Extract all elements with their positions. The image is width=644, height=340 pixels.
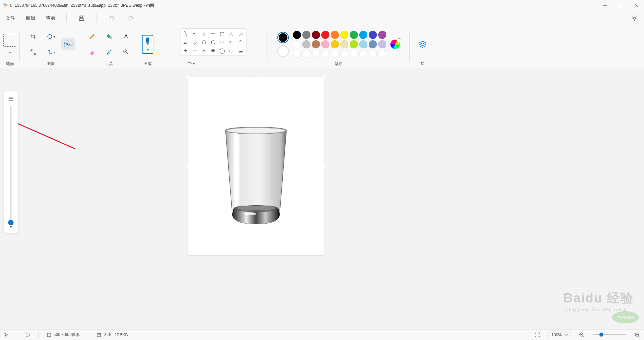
color-secondary[interactable]: [277, 45, 289, 57]
select-dropdown[interactable]: [6, 50, 13, 55]
maximize-button[interactable]: [613, 0, 628, 11]
color-swatch[interactable]: [312, 40, 320, 48]
shape-triangle[interactable]: △: [228, 30, 235, 38]
magnifier-tool[interactable]: [120, 47, 132, 58]
shape-diamond[interactable]: ◇: [191, 39, 198, 46]
color-swatch[interactable]: [340, 40, 348, 48]
color-swatch[interactable]: [378, 40, 386, 48]
color-swatch[interactable]: [350, 40, 358, 48]
resize-tool[interactable]: [27, 47, 39, 58]
shape-star4[interactable]: ✦: [182, 47, 189, 54]
color-swatch-empty[interactable]: [378, 50, 386, 58]
color-swatch-empty[interactable]: [350, 50, 358, 58]
color-swatch[interactable]: [378, 31, 386, 39]
select-tool[interactable]: [3, 34, 16, 47]
shape-cloud[interactable]: ☁: [237, 47, 244, 54]
color-swatch-empty[interactable]: [369, 50, 377, 58]
svg-rect-4: [619, 4, 622, 7]
shape-arrow-up[interactable]: ⇧: [237, 39, 244, 46]
brush-size-slider[interactable]: ☰: [4, 91, 18, 233]
annotation-arrow: [7, 119, 79, 153]
color-swatch[interactable]: [312, 31, 320, 39]
ribbon-group-brush: ▾ 画笔: [136, 27, 159, 67]
color-swatch[interactable]: [302, 31, 310, 39]
eraser-tool[interactable]: [86, 47, 98, 58]
flip-tool[interactable]: ▾: [45, 47, 57, 58]
shape-rect[interactable]: ▭: [209, 30, 217, 38]
text-tool[interactable]: A: [120, 31, 132, 42]
color-swatch-empty[interactable]: [340, 50, 348, 58]
color-swatch[interactable]: [369, 31, 377, 39]
zoom-slider[interactable]: [593, 334, 626, 335]
shape-arrow-left[interactable]: ⇦: [228, 39, 235, 46]
menu-edit[interactable]: 编辑: [24, 13, 37, 23]
color-swatch[interactable]: [331, 40, 339, 48]
canvas[interactable]: [188, 77, 324, 255]
menu-view[interactable]: 查看: [45, 13, 57, 23]
eyedropper-tool[interactable]: [103, 47, 115, 58]
color-swatch-empty[interactable]: [359, 50, 367, 58]
shape-star5[interactable]: ☆: [191, 47, 198, 54]
fit-screen-button[interactable]: [535, 332, 540, 338]
color-swatch-empty[interactable]: [312, 50, 320, 58]
color-swatch[interactable]: [359, 40, 367, 48]
fill-tool[interactable]: [103, 31, 115, 42]
resize-handle[interactable]: [323, 76, 325, 78]
shape-curve[interactable]: ∿: [191, 30, 198, 38]
shapes-panel[interactable]: ╲ ∿ ○ ▭ ▢ △ ◿ ▱ ◇ ⬠ ⬡ ⇨ ⇦ ⇧ ✦ ☆ ✶: [180, 28, 246, 55]
minimize-button[interactable]: [597, 0, 613, 11]
shape-star6[interactable]: ✶: [200, 47, 208, 54]
edit-colors-button[interactable]: [390, 40, 400, 49]
shape-pentagon[interactable]: ⬠: [200, 39, 208, 46]
color-swatch[interactable]: [293, 31, 301, 39]
redo-button[interactable]: [125, 13, 136, 24]
settings-button[interactable]: [629, 13, 640, 24]
color-swatch[interactable]: [331, 31, 339, 39]
save-button[interactable]: [76, 13, 87, 24]
close-button[interactable]: [628, 0, 644, 11]
color-swatch-empty[interactable]: [302, 50, 310, 58]
shape-hexagon[interactable]: ⬡: [209, 39, 217, 46]
image-tool[interactable]: [61, 38, 76, 50]
color-swatch[interactable]: [293, 40, 301, 48]
color-primary[interactable]: [277, 32, 289, 43]
shape-polygon[interactable]: ▱: [182, 39, 189, 46]
brush-tool[interactable]: ▾: [142, 35, 153, 54]
undo-button[interactable]: [106, 13, 117, 24]
shape-outline[interactable]: ▾: [184, 58, 196, 69]
zoom-in-button[interactable]: [635, 332, 640, 338]
shape-oval[interactable]: ○: [200, 30, 208, 38]
shape-burst[interactable]: ✺: [209, 47, 217, 54]
resize-handle[interactable]: [255, 76, 257, 78]
shape-callout-round[interactable]: ◯: [218, 47, 226, 54]
resize-handle[interactable]: [187, 76, 189, 78]
shape-line[interactable]: ╲: [182, 30, 189, 38]
titlebar: u=1358794165,3768744026&fm=253&fmt=auto&…: [0, 0, 644, 11]
shape-right-triangle[interactable]: ◿: [237, 30, 244, 38]
resize-handle[interactable]: [187, 165, 189, 167]
color-swatch-empty[interactable]: [331, 50, 339, 58]
color-swatch-empty[interactable]: [293, 50, 301, 58]
brush-label: 画笔: [144, 61, 152, 67]
color-swatch[interactable]: [321, 40, 329, 48]
menu-file[interactable]: 文件: [4, 13, 16, 23]
resize-handle[interactable]: [323, 165, 325, 167]
color-swatch[interactable]: [369, 40, 377, 48]
layers-label: 层: [421, 61, 425, 67]
color-swatch-empty[interactable]: [321, 50, 329, 58]
color-swatch[interactable]: [321, 31, 329, 39]
color-swatch[interactable]: [350, 31, 358, 39]
selection-indicator: [25, 333, 30, 337]
shape-roundrect[interactable]: ▢: [218, 30, 226, 38]
rotate-tool[interactable]: ▾: [45, 31, 57, 42]
layers-button[interactable]: [416, 39, 429, 50]
shape-arrow-right[interactable]: ⇨: [218, 39, 226, 46]
crop-tool[interactable]: [27, 31, 39, 42]
color-swatch[interactable]: [340, 31, 348, 39]
pencil-tool[interactable]: [86, 31, 98, 42]
zoom-level-dropdown[interactable]: 100%: [548, 332, 571, 338]
color-swatch[interactable]: [302, 40, 310, 48]
color-swatch[interactable]: [359, 31, 367, 39]
shape-callout[interactable]: ⬭: [228, 47, 235, 54]
zoom-out-button[interactable]: [579, 332, 584, 338]
